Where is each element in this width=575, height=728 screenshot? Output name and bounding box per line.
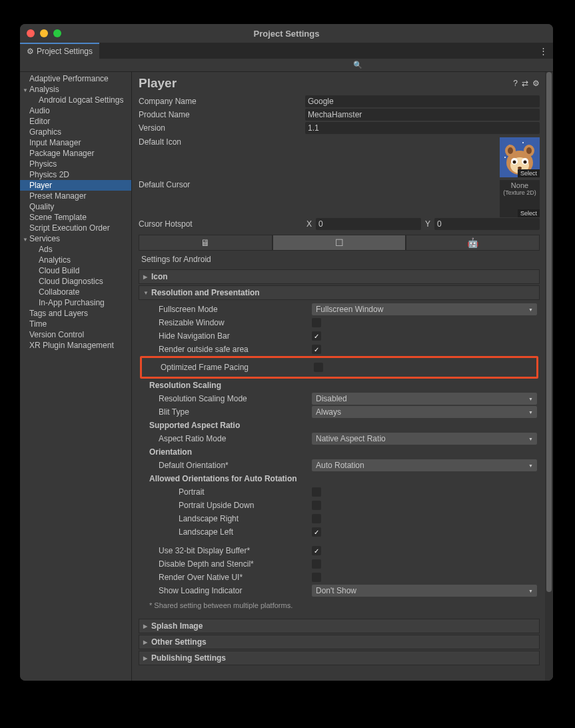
sidebar-item-quality[interactable]: Quality bbox=[20, 201, 131, 212]
sidebar-item-scene-template[interactable]: Scene Template bbox=[20, 212, 131, 223]
sidebar-item-editor[interactable]: Editor bbox=[20, 116, 131, 127]
section-icon[interactable]: Icon bbox=[139, 269, 540, 284]
section-other[interactable]: Other Settings bbox=[139, 635, 540, 649]
svg-point-14 bbox=[524, 161, 527, 164]
hotspot-x-label: X bbox=[305, 219, 313, 229]
main-header: Player ? ⇄ ⚙ bbox=[139, 76, 540, 91]
sidebar-item-version-control[interactable]: Version Control bbox=[20, 329, 131, 340]
sidebar-item-cloud-diagnostics[interactable]: Cloud Diagnostics bbox=[20, 276, 131, 287]
section-splash[interactable]: Splash Image bbox=[139, 619, 540, 633]
sidebar-item-analytics[interactable]: Analytics bbox=[20, 255, 131, 265]
sidebar-item-time[interactable]: Time bbox=[20, 319, 131, 329]
default-orient-dropdown[interactable]: Auto Rotation bbox=[312, 459, 537, 471]
aspect-mode-label: Aspect Ratio Mode bbox=[141, 434, 312, 443]
tab-menu-button[interactable]: ⋮ bbox=[539, 43, 553, 59]
version-label: Version bbox=[139, 123, 305, 133]
sidebar-item-xr-plugin-management[interactable]: XR Plugin Management bbox=[20, 340, 131, 351]
sidebar-item-adaptive-performance[interactable]: Adaptive Performance bbox=[20, 73, 131, 84]
product-name-input[interactable] bbox=[305, 109, 540, 121]
section-publishing[interactable]: Publishing Settings bbox=[139, 651, 540, 665]
hotspot-x-input[interactable] bbox=[316, 218, 421, 230]
version-input[interactable] bbox=[305, 122, 540, 134]
sidebar-item-cloud-build[interactable]: Cloud Build bbox=[20, 265, 131, 276]
kebab-icon: ⋮ bbox=[539, 46, 548, 56]
default-cursor-picker[interactable]: None (Texture 2D) Select bbox=[500, 180, 540, 217]
landscape-right-label: Landscape Right bbox=[141, 514, 312, 523]
opt-frame-label: Optimized Frame Pacing bbox=[143, 363, 314, 372]
scrollbar-thumb[interactable] bbox=[546, 72, 552, 592]
res-scaling-mode-dropdown[interactable]: Disabled bbox=[312, 393, 537, 405]
portrait-checkbox[interactable] bbox=[312, 487, 321, 497]
depth-stencil-row: Disable Depth and Stencil* bbox=[141, 557, 537, 571]
buffer32-row: Use 32-bit Display Buffer* bbox=[141, 544, 537, 557]
res-scaling-heading: Resolution Scaling bbox=[141, 379, 537, 392]
sidebar-item-in-app-purchasing[interactable]: In-App Purchasing bbox=[20, 297, 131, 308]
default-icon-label: Default Icon bbox=[139, 137, 305, 147]
scrollbar[interactable] bbox=[545, 72, 553, 681]
shared-setting-footnote: * Shared setting between multiple platfo… bbox=[141, 597, 537, 613]
sidebar-item-player[interactable]: Player bbox=[20, 180, 131, 191]
sidebar-item-package-manager[interactable]: Package Manager bbox=[20, 148, 131, 159]
landscape-right-checkbox[interactable] bbox=[312, 514, 321, 523]
depth-stencil-checkbox[interactable] bbox=[312, 559, 321, 569]
sidebar-item-analysis[interactable]: Analysis bbox=[20, 84, 131, 95]
svg-point-4 bbox=[504, 157, 506, 158]
sidebar-item-tags-and-layers[interactable]: Tags and Layers bbox=[20, 308, 131, 319]
default-icon-picker[interactable]: Select bbox=[500, 137, 540, 177]
sidebar-item-android-logcat-settings[interactable]: Android Logcat Settings bbox=[20, 95, 131, 105]
sidebar-item-graphics[interactable]: Graphics bbox=[20, 127, 131, 137]
sidebar-item-preset-manager[interactable]: Preset Manager bbox=[20, 191, 131, 201]
render-safe-checkbox[interactable] bbox=[312, 345, 321, 354]
sidebar-item-collaborate[interactable]: Collaborate bbox=[20, 287, 131, 297]
blit-type-row: Blit Type Always bbox=[141, 405, 537, 419]
settings-for-label: Settings for Android bbox=[139, 251, 540, 268]
settings-icon[interactable]: ⚙ bbox=[532, 79, 540, 88]
section-other-label: Other Settings bbox=[151, 637, 207, 647]
aspect-mode-dropdown[interactable]: Native Aspect Ratio bbox=[312, 433, 537, 445]
default-cursor-label: Default Cursor bbox=[139, 180, 305, 189]
sidebar-item-input-manager[interactable]: Input Manager bbox=[20, 137, 131, 148]
company-name-input[interactable] bbox=[305, 95, 540, 107]
tab-project-settings[interactable]: ⚙ Project Settings bbox=[20, 43, 99, 59]
loading-indicator-dropdown[interactable]: Don't Show bbox=[312, 585, 537, 597]
company-name-row: Company Name bbox=[139, 95, 540, 108]
sidebar-item-script-execution-order[interactable]: Script Execution Order bbox=[20, 223, 131, 233]
landscape-left-label: Landscape Left bbox=[141, 527, 312, 537]
native-ui-checkbox[interactable] bbox=[312, 573, 321, 582]
sidebar-item-audio[interactable]: Audio bbox=[20, 105, 131, 116]
sidebar-item-physics[interactable]: Physics bbox=[20, 159, 131, 169]
svg-point-10 bbox=[526, 147, 532, 154]
svg-point-13 bbox=[513, 161, 516, 164]
main-scroll: Player ? ⇄ ⚙ Company Name Product Name bbox=[132, 72, 545, 681]
blit-type-dropdown[interactable]: Always bbox=[312, 406, 537, 418]
blit-type-label: Blit Type bbox=[141, 407, 312, 417]
sidebar-item-ads[interactable]: Ads bbox=[20, 244, 131, 255]
sidebar-item-services[interactable]: Services bbox=[20, 233, 131, 244]
portrait-upside-label: Portrait Upside Down bbox=[141, 501, 312, 510]
help-icon[interactable]: ? bbox=[513, 79, 518, 88]
portrait-upside-checkbox[interactable] bbox=[312, 501, 321, 510]
preset-icon[interactable]: ⇄ bbox=[522, 79, 528, 88]
resizable-window-checkbox[interactable] bbox=[312, 318, 321, 327]
platform-tab-ios[interactable]: ☐ bbox=[273, 235, 406, 251]
buffer32-checkbox[interactable] bbox=[312, 546, 321, 555]
section-resolution[interactable]: Resolution and Presentation bbox=[139, 285, 540, 300]
landscape-left-checkbox[interactable] bbox=[312, 527, 321, 537]
gear-icon: ⚙ bbox=[27, 47, 34, 56]
content: Adaptive PerformanceAnalysisAndroid Logc… bbox=[20, 72, 553, 681]
search-bar[interactable]: 🔍 bbox=[20, 59, 553, 72]
svg-point-2 bbox=[522, 142, 524, 143]
fullscreen-mode-dropdown[interactable]: Fullscreen Window bbox=[312, 303, 537, 315]
cursor-hotspot-row: Cursor Hotspot X Y bbox=[139, 217, 540, 231]
default-icon-row: Default Icon bbox=[139, 135, 540, 177]
hide-nav-checkbox[interactable] bbox=[312, 331, 321, 341]
platform-tab-standalone[interactable]: 🖥 bbox=[139, 235, 273, 251]
product-name-label: Product Name bbox=[139, 110, 305, 119]
opt-frame-checkbox[interactable] bbox=[314, 363, 323, 372]
hotspot-y-input[interactable] bbox=[434, 218, 540, 230]
res-scaling-mode-row: Resolution Scaling Mode Disabled bbox=[141, 392, 537, 405]
platform-tab-android[interactable]: 🤖 bbox=[406, 235, 540, 251]
monitor-icon: 🖥 bbox=[201, 237, 210, 248]
loading-indicator-row: Show Loading Indicator Don't Show bbox=[141, 584, 537, 597]
sidebar-item-physics-2d[interactable]: Physics 2D bbox=[20, 169, 131, 180]
